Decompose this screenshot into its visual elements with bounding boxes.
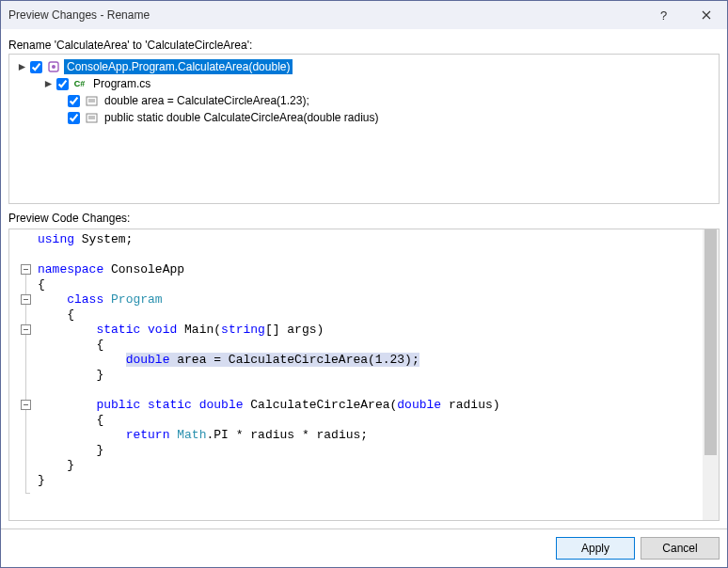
window-title: Preview Changes - Rename bbox=[8, 8, 150, 22]
svg-point-1 bbox=[52, 65, 55, 69]
code-text: using System; namespace ConsoleApp { cla… bbox=[32, 229, 703, 520]
fold-toggle[interactable] bbox=[21, 324, 31, 335]
code-preview: using System; namespace ConsoleApp { cla… bbox=[8, 229, 720, 521]
csharp-file-icon: C# bbox=[72, 76, 87, 91]
close-button[interactable] bbox=[685, 1, 727, 29]
code-reference-icon bbox=[84, 93, 99, 108]
titlebar: Preview Changes - Rename ? bbox=[1, 1, 727, 29]
tree-checkbox[interactable] bbox=[56, 78, 69, 90]
code-preview-label: Preview Code Changes: bbox=[8, 212, 720, 225]
tree-label: double area = CalculateCircleArea(1.23); bbox=[102, 93, 312, 108]
fold-line bbox=[25, 275, 26, 493]
expand-icon[interactable] bbox=[41, 77, 55, 90]
expand-icon[interactable] bbox=[15, 60, 28, 73]
fold-toggle[interactable] bbox=[21, 264, 31, 275]
tree-row-reference[interactable]: double area = CalculateCircleArea(1.23); bbox=[11, 92, 717, 109]
scroll-thumb[interactable] bbox=[704, 229, 717, 455]
tree-checkbox[interactable] bbox=[68, 95, 80, 107]
fold-toggle[interactable] bbox=[21, 400, 31, 410]
code-reference-icon bbox=[84, 110, 99, 125]
fold-toggle[interactable] bbox=[21, 294, 31, 305]
vertical-scrollbar[interactable] bbox=[703, 229, 719, 520]
tree-checkbox[interactable] bbox=[30, 61, 42, 73]
close-icon bbox=[702, 8, 711, 23]
changes-tree[interactable]: ConsoleApp.Program.CalculateArea(double)… bbox=[8, 54, 720, 204]
fold-end bbox=[25, 493, 30, 494]
tree-row-reference[interactable]: public static double CalculateCircleArea… bbox=[11, 109, 717, 126]
tree-label: Program.cs bbox=[90, 76, 153, 91]
cancel-button[interactable]: Cancel bbox=[641, 537, 720, 560]
dialog-footer: Apply Cancel bbox=[1, 529, 727, 567]
symbol-icon bbox=[46, 59, 61, 74]
rename-description: Rename 'CalculateArea' to 'CalculateCirc… bbox=[8, 39, 720, 52]
help-button[interactable]: ? bbox=[642, 1, 685, 29]
tree-row-file[interactable]: C# Program.cs bbox=[11, 75, 717, 92]
fold-gutter[interactable] bbox=[9, 229, 32, 520]
apply-button[interactable]: Apply bbox=[556, 537, 635, 560]
tree-label: ConsoleApp.Program.CalculateArea(double) bbox=[64, 59, 293, 74]
tree-label: public static double CalculateCircleArea… bbox=[102, 110, 382, 125]
tree-checkbox[interactable] bbox=[68, 112, 80, 124]
tree-row-root[interactable]: ConsoleApp.Program.CalculateArea(double) bbox=[11, 58, 717, 75]
